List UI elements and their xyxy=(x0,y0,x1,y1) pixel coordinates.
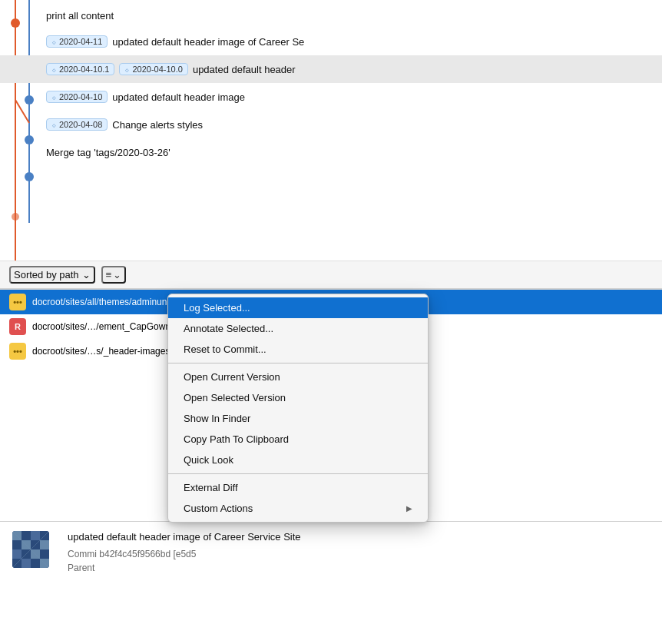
commit-row[interactable]: Merge tag 'tags/2020-03-26' xyxy=(0,138,662,166)
svg-rect-21 xyxy=(40,549,49,559)
sort-label: Sorted by path xyxy=(14,269,79,281)
tag-icon: ⬦ xyxy=(51,120,57,129)
commit-detail: updated default header image of Career S… xyxy=(0,521,662,644)
commit-message: updated default header image of Career S… xyxy=(112,36,304,48)
menu-item-log[interactable]: Log Selected... xyxy=(168,297,428,318)
menu-separator xyxy=(168,473,428,474)
commit-row[interactable]: ⬦ 2020-04-10.1 ⬦ 2020-04-10.0 updated de… xyxy=(0,55,662,83)
svg-rect-23 xyxy=(22,559,31,568)
commit-row[interactable]: ⬦ 2020-04-08 Change alerts styles xyxy=(0,111,662,138)
commit-message: Change alerts styles xyxy=(112,119,203,131)
file-icon: ••• xyxy=(9,294,26,310)
svg-rect-18 xyxy=(12,549,22,559)
commit-message: updated default header xyxy=(193,64,296,75)
menu-item-quick-look[interactable]: Quick Look xyxy=(168,450,428,470)
menu-item-reset[interactable]: Reset to Commit... xyxy=(168,339,428,360)
context-menu: Log Selected... Annotate Selected... Res… xyxy=(167,294,429,523)
avatar xyxy=(12,531,49,568)
tag-badge: ⬦ 2020-04-11 xyxy=(46,35,108,48)
menu-item-annotate[interactable]: Annotate Selected... xyxy=(168,318,428,339)
menu-item-open-current[interactable]: Open Current Version xyxy=(168,367,428,387)
commit-row[interactable]: print all content xyxy=(0,0,662,28)
svg-point-8 xyxy=(12,213,19,221)
commit-message: Merge tag 'tags/2020-03-26' xyxy=(46,147,170,158)
detail-parent: Parent xyxy=(68,563,650,573)
svg-rect-12 xyxy=(31,531,40,540)
tag-icon: ⬦ xyxy=(51,65,57,74)
menu-item-copy-path[interactable]: Copy Path To Clipboard xyxy=(168,429,428,450)
tag-badge: ⬦ 2020-04-10 xyxy=(46,91,108,103)
tag-badge: ⬦ 2020-04-10.1 xyxy=(46,63,114,75)
tag-icon: ⬦ xyxy=(51,37,57,46)
commit-list: print all content ⬦ 2020-04-11 updated d… xyxy=(0,0,662,261)
svg-rect-24 xyxy=(31,559,40,568)
menu-item-custom-actions[interactable]: Custom Actions ▶ xyxy=(168,498,428,519)
file-toolbar: Sorted by path ⌄ ≡ ⌄ xyxy=(0,261,662,289)
chevron-down-icon: ⌄ xyxy=(82,269,91,281)
tag-icon: ⬦ xyxy=(51,92,57,101)
svg-point-7 xyxy=(25,172,34,181)
svg-rect-14 xyxy=(12,540,22,549)
menu-separator xyxy=(168,363,428,363)
file-icon: ••• xyxy=(9,343,26,360)
svg-rect-17 xyxy=(40,540,49,549)
detail-message: updated default header image of Career S… xyxy=(68,531,650,543)
svg-rect-11 xyxy=(22,531,31,540)
tag-badge: ⬦ 2020-04-08 xyxy=(46,118,108,131)
tag-icon: ⬦ xyxy=(124,65,130,74)
tag-badge: ⬦ 2020-04-10.0 xyxy=(119,63,187,75)
list-icon: ≡ xyxy=(106,269,112,281)
commit-message: print all content xyxy=(46,10,114,22)
chevron-down-icon: ⌄ xyxy=(113,269,121,281)
menu-item-show-finder[interactable]: Show In Finder xyxy=(168,408,428,429)
menu-item-open-selected[interactable]: Open Selected Version xyxy=(168,387,428,408)
commit-message: updated default header image xyxy=(112,91,245,103)
submenu-arrow-icon: ▶ xyxy=(406,504,412,513)
file-icon: R xyxy=(9,318,26,335)
menu-item-ext-diff[interactable]: External Diff xyxy=(168,477,428,498)
sort-button[interactable]: Sorted by path ⌄ xyxy=(9,266,95,284)
commit-row[interactable]: ⬦ 2020-04-11 updated default header imag… xyxy=(0,28,662,55)
detail-meta: Commi b42f4c45f9566bd [e5d5 xyxy=(68,549,650,559)
list-view-button[interactable]: ≡ ⌄ xyxy=(101,266,127,284)
commit-row[interactable]: ⬦ 2020-04-10 updated default header imag… xyxy=(0,83,662,111)
